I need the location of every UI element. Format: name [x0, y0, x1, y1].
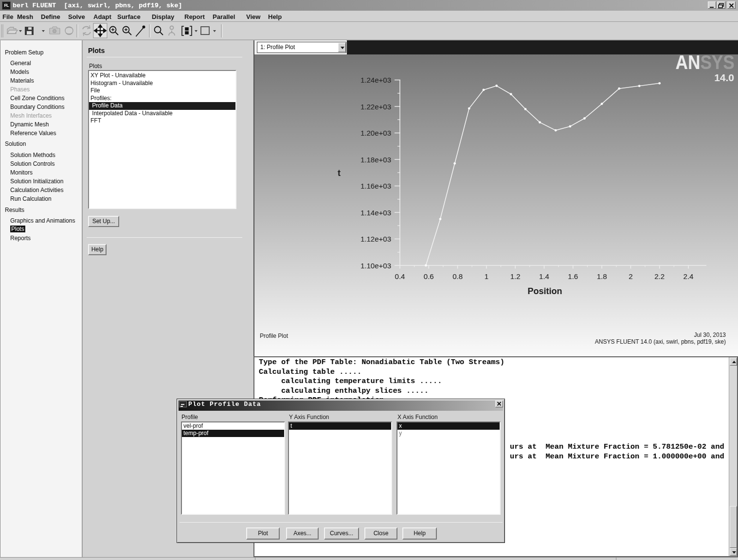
svg-text:1.22e+03: 1.22e+03	[360, 103, 391, 111]
svg-text:1.24e+03: 1.24e+03	[360, 76, 391, 84]
svg-text:0.4: 0.4	[395, 272, 405, 280]
svg-text:1.18e+03: 1.18e+03	[360, 156, 391, 164]
svg-text:2: 2	[629, 272, 632, 280]
svg-text:t: t	[338, 168, 341, 178]
svg-text:1.12e+03: 1.12e+03	[360, 235, 391, 243]
svg-text:1.10e+03: 1.10e+03	[360, 262, 391, 270]
svg-text:1.6: 1.6	[568, 272, 578, 280]
svg-text:1.2: 1.2	[510, 272, 521, 280]
svg-text:1: 1	[485, 272, 488, 280]
svg-text:2.4: 2.4	[684, 272, 694, 280]
svg-text:1.4: 1.4	[539, 272, 549, 280]
svg-text:1.8: 1.8	[597, 272, 607, 280]
svg-text:Position: Position	[528, 286, 562, 296]
svg-text:2.2: 2.2	[654, 272, 665, 280]
svg-text:1.16e+03: 1.16e+03	[360, 182, 391, 190]
svg-text:0.6: 0.6	[424, 272, 434, 280]
svg-text:1.14e+03: 1.14e+03	[360, 209, 391, 217]
svg-text:0.8: 0.8	[452, 272, 463, 280]
svg-text:1.20e+03: 1.20e+03	[360, 129, 391, 137]
